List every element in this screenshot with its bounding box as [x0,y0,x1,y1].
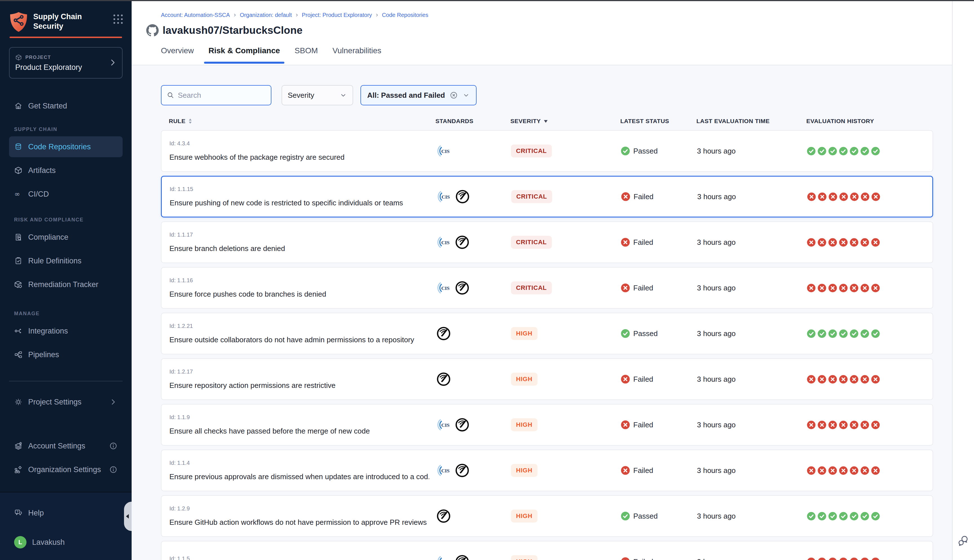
info-icon[interactable] [109,442,118,450]
cis-logo: CIS [436,143,451,158]
sidebar-item-rule-definitions[interactable]: Rule Definitions [9,250,123,271]
history-fail-icon [839,375,848,384]
page-title: lavakush07/StarbucksClone [163,25,303,36]
project-selector[interactable]: PROJECT Product Exploratory [9,47,123,78]
org-gear-icon [14,465,23,474]
rule-id: Id: 1.1.5 [169,555,429,560]
sidebar-item-integrations[interactable]: Integrations [9,320,123,342]
table-row[interactable]: Id: 1.2.21 Ensure outside collaborators … [161,313,933,354]
latest-status: Passed [615,329,691,338]
history-pass-icon [861,329,869,338]
latest-status: Passed [615,512,691,520]
user-menu[interactable]: L Lavakush [9,532,123,553]
latest-status: Failed [615,283,691,292]
history-fail-icon [861,420,869,430]
failed-icon [621,466,630,475]
history-pass-icon [850,329,859,338]
table-row[interactable]: Id: 4.3.4 Ensure webhooks of the package… [161,130,933,172]
table-row[interactable]: Id: 1.2.17 Ensure repository action perm… [161,358,933,400]
sidebar-item-project-settings[interactable]: Project Settings [9,392,123,412]
history-pass-icon [839,512,848,521]
rule-cell: Id: 1.1.15 Ensure pushing of new code is… [162,186,430,207]
severity-badge: HIGH [511,555,537,560]
sidebar-item-remediation-tracker[interactable]: Remediation Tracker [9,274,123,295]
sidebar-item-compliance[interactable]: Compliance [9,227,123,248]
breadcrumb-organization[interactable]: Organization: default [240,12,292,18]
column-header-severity[interactable]: SEVERITY [505,118,615,125]
latest-status: Failed [615,557,691,560]
history-fail-icon [850,375,859,384]
table-row[interactable]: Id: 1.1.16 Ensure force pushes code to b… [161,267,933,309]
evaluation-history [807,557,934,560]
history-fail-icon [850,466,859,475]
info-icon[interactable] [109,465,118,474]
standards-cell: CIS [430,189,505,204]
history-pass-icon [807,329,816,338]
severity-badge: HIGH [511,373,537,386]
table-row[interactable]: Id: 1.1.9 Ensure all checks have passed … [161,404,933,446]
tab-overview[interactable]: Overview [161,43,194,65]
evaluation-history [807,283,934,293]
tab-vulnerabilities[interactable]: Vulnerabilities [333,43,381,65]
failed-icon [621,192,630,201]
history-fail-icon [871,192,880,202]
cis-logo: CIS [436,463,451,478]
cis-logo: CIS [436,554,451,560]
rule-id: Id: 1.1.15 [170,186,430,192]
standards-cell [429,326,505,341]
owasp-logo [455,554,470,560]
svg-text:CIS: CIS [442,194,450,200]
table-row[interactable]: Id: 1.1.5 CIS HIGH Failed 3 hours ago [161,541,933,560]
search-box[interactable] [161,85,272,105]
history-fail-icon [828,466,837,475]
history-fail-icon [817,420,826,430]
search-input[interactable] [178,91,266,100]
sidebar-item-account-settings[interactable]: Account Settings [9,435,123,456]
passed-icon [621,147,630,155]
clipboard-check-icon [14,257,23,265]
sidebar-item-help[interactable]: ? Help [9,503,123,523]
severity-filter-dropdown[interactable]: Severity [282,85,353,105]
sidebar-item-code-repositories[interactable]: </> Code Repositories [9,136,123,157]
table-row[interactable]: Id: 1.1.17 Ensure branch deletions are d… [161,222,933,263]
breadcrumb-code-repositories[interactable]: Code Repositories [382,12,429,18]
table-row[interactable]: Id: 1.1.4 Ensure previous approvals are … [161,450,933,491]
tab-risk-and-compliance[interactable]: Risk & Compliance [208,43,280,65]
column-header-rule[interactable]: RULE [161,118,429,125]
status-filter-dropdown[interactable]: All: Passed and Failed [360,85,477,105]
user-name: Lavakush [32,538,65,547]
section-manage: MANAGE [9,311,123,317]
history-fail-icon [839,192,848,202]
history-fail-icon [828,557,837,560]
sidebar-item-artifacts[interactable]: Artifacts [9,160,123,181]
history-fail-icon [861,192,869,202]
latest-status: Failed [615,375,691,384]
table-row[interactable]: Id: 1.1.15 Ensure pushing of new code is… [161,176,933,217]
history-fail-icon [807,192,816,202]
rule-text: Ensure GitHub action workflows do not ha… [169,518,429,527]
latest-status: Passed [615,147,691,155]
standards-cell: CIS [429,280,505,295]
history-fail-icon [850,238,859,247]
section-supply-chain: SUPPLY CHAIN [9,127,123,132]
breadcrumb-project[interactable]: Project: Product Exploratory [302,12,372,18]
sidebar-item-pipelines[interactable]: Pipelines [9,344,123,365]
history-fail-icon [807,466,816,475]
cube-icon [14,166,23,175]
rule-cell: Id: 1.1.16 Ensure force pushes code to b… [162,277,429,298]
latest-status: Failed [615,192,692,201]
severity-badge: CRITICAL [511,190,552,203]
apps-grid-icon[interactable] [112,13,124,25]
table-row[interactable]: Id: 1.2.9 Ensure GitHub action workflows… [161,495,933,537]
sidebar-item-get-started[interactable]: Get Started [9,95,123,116]
breadcrumb-account[interactable]: Account: Automation-SSCA [161,12,230,18]
tab-sbom[interactable]: SBOM [295,43,318,65]
sidebar-item-cicd[interactable]: ∞ CI/CD [9,184,123,205]
failed-icon [621,557,630,560]
cis-logo: CIS [436,189,452,204]
sidebar-item-organization-settings[interactable]: Organization Settings [9,459,123,480]
support-chat-icon[interactable] [957,535,969,547]
clear-filter-icon[interactable] [450,91,458,100]
status-text: Failed [633,284,653,292]
sidebar-collapse-handle[interactable] [124,502,132,531]
